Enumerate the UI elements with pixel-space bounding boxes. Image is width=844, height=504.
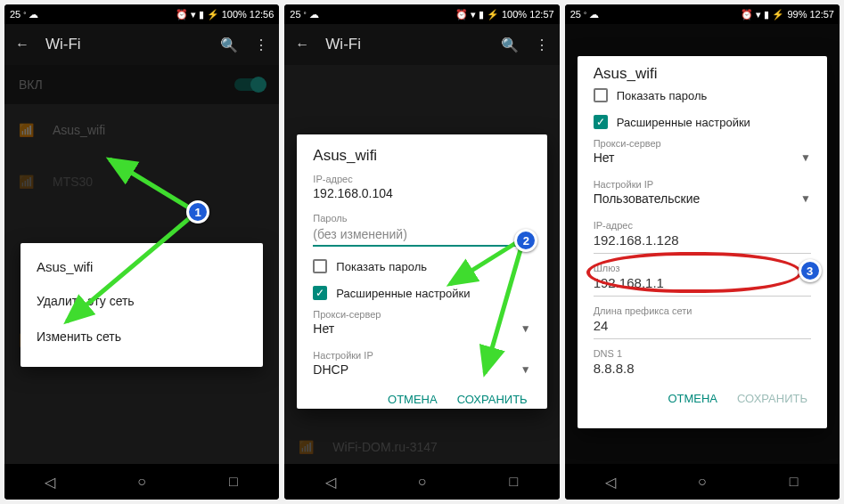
nav-home-icon[interactable]: ○	[692, 472, 712, 492]
ip-address-value: 192.168.0.104	[313, 184, 530, 204]
ip-settings-label: Настройки IP	[594, 179, 811, 190]
advanced-options-label: Расширенные настройки	[617, 116, 750, 129]
clock: 12:56	[250, 9, 275, 20]
nav-recent-icon[interactable]: □	[784, 472, 804, 492]
search-icon[interactable]: 🔍	[501, 37, 519, 53]
annotation-badge-3: 3	[799, 259, 822, 282]
gateway-label: Шлюз	[594, 263, 811, 273]
signal-icon: ▮	[199, 9, 204, 20]
show-password-checkbox[interactable]	[594, 88, 608, 102]
forget-network-item[interactable]: Удалить эту сеть	[20, 283, 263, 319]
phone-screenshot-2: 25°☁ ⏰ ▾ ▮ ⚡ 100% 12:57 ← Wi-Fi 🔍 ⋮ 📶WiF…	[284, 4, 559, 500]
ip-address-label: IP-адрес	[313, 174, 530, 184]
cloud-icon: ☁	[29, 9, 38, 20]
show-password-checkbox[interactable]	[313, 259, 327, 273]
dialog-title: Asus_wifi	[313, 147, 530, 165]
nav-home-icon[interactable]: ○	[412, 472, 431, 492]
nav-back-icon[interactable]: ◁	[40, 472, 60, 492]
proxy-select[interactable]: Нет▼	[313, 320, 530, 341]
status-bar: 25°☁ ⏰ ▾ ▮ ⚡ 99% 12:57	[565, 4, 840, 24]
proxy-label: Прокси-сервер	[313, 309, 530, 320]
prefix-length-input[interactable]: 24	[594, 316, 811, 339]
save-button[interactable]: СОХРАНИТЬ	[737, 392, 807, 405]
save-button[interactable]: СОХРАНИТЬ	[457, 393, 528, 406]
context-menu: Asus_wifi Удалить эту сеть Изменить сеть	[20, 243, 263, 367]
advanced-options-label: Расширенные настройки	[336, 287, 470, 300]
back-icon[interactable]: ←	[15, 37, 29, 53]
show-password-label: Показать пароль	[336, 260, 427, 273]
battery-icon: ⚡	[207, 9, 219, 20]
page-title: Wi-Fi	[325, 36, 484, 53]
clock: 12:57	[529, 9, 554, 20]
gateway-input[interactable]: 192.168.1.1	[594, 273, 811, 297]
alarm-icon: ⏰	[455, 9, 468, 20]
page-title: Wi-Fi	[45, 36, 204, 53]
back-icon[interactable]: ←	[295, 37, 309, 53]
wifi-icon: ▾	[191, 9, 196, 20]
context-menu-title: Asus_wifi	[20, 256, 263, 283]
modify-network-dialog: Asus_wifi Показать пароль ✓Расширенные н…	[578, 56, 827, 428]
nav-back-icon[interactable]: ◁	[321, 472, 340, 492]
dialog-title: Asus_wifi	[594, 65, 811, 83]
modify-network-item[interactable]: Изменить сеть	[20, 319, 263, 354]
ip-address-label: IP-адрес	[594, 220, 811, 231]
dns1-input[interactable]: 8.8.8.8	[594, 359, 811, 381]
temperature: 25	[570, 9, 581, 20]
battery-percent: 100%	[222, 9, 247, 20]
nav-bar: ◁ ○ □	[4, 464, 279, 500]
overflow-icon[interactable]: ⋮	[535, 37, 549, 53]
temperature: 25	[290, 9, 300, 20]
battery-icon: ⚡	[772, 9, 784, 20]
advanced-options-checkbox[interactable]: ✓	[594, 115, 608, 129]
password-label: Пароль	[313, 213, 530, 224]
chevron-down-icon: ▼	[520, 322, 531, 335]
battery-percent: 100%	[502, 9, 527, 20]
temperature: 25	[10, 9, 20, 20]
nav-bar: ◁ ○ □	[565, 464, 840, 500]
proxy-select[interactable]: Нет▼	[594, 149, 811, 170]
modify-network-dialog: Asus_wifi IP-адрес 192.168.0.104 Пароль …	[297, 134, 546, 409]
battery-icon: ⚡	[487, 9, 499, 20]
prefix-length-label: Длина префикса сети	[594, 305, 811, 316]
nav-back-icon[interactable]: ◁	[601, 472, 620, 492]
status-bar: 25°☁ ⏰ ▾ ▮ ⚡ 100% 12:56	[4, 4, 279, 24]
status-bar: 25°☁ ⏰ ▾ ▮ ⚡ 100% 12:57	[284, 4, 559, 24]
chevron-down-icon: ▼	[520, 363, 531, 376]
battery-percent: 99%	[787, 9, 807, 20]
ip-settings-select[interactable]: DHCP▼	[313, 361, 530, 382]
overflow-icon[interactable]: ⋮	[254, 37, 268, 53]
cloud-icon: ☁	[309, 9, 319, 20]
nav-recent-icon[interactable]: □	[504, 472, 523, 492]
chevron-down-icon: ▼	[800, 192, 811, 205]
wifi-icon: ▾	[756, 9, 761, 20]
ip-address-input[interactable]: 192.168.1.128	[594, 231, 811, 254]
cancel-button[interactable]: ОТМЕНА	[668, 392, 717, 405]
alarm-icon: ⏰	[176, 9, 188, 20]
wifi-icon: ▾	[471, 9, 476, 20]
signal-icon: ▮	[479, 9, 484, 20]
ip-settings-select[interactable]: Пользовательские▼	[594, 190, 811, 211]
signal-icon: ▮	[764, 9, 769, 20]
cancel-button[interactable]: ОТМЕНА	[388, 393, 438, 406]
cloud-icon: ☁	[589, 9, 599, 20]
advanced-options-checkbox[interactable]: ✓	[313, 286, 327, 300]
ip-settings-label: Настройки IP	[313, 350, 530, 361]
password-input[interactable]: (без изменений)	[313, 224, 530, 247]
proxy-label: Прокси-сервер	[594, 138, 811, 149]
chevron-down-icon: ▼	[800, 151, 811, 164]
annotation-badge-1: 1	[186, 200, 209, 224]
clock: 12:57	[809, 9, 834, 20]
phone-screenshot-1: 25°☁ ⏰ ▾ ▮ ⚡ 100% 12:56 ← Wi-Fi 🔍 ⋮ ВКЛ …	[4, 4, 279, 500]
alarm-icon: ⏰	[741, 9, 753, 20]
show-password-label: Показать пароль	[617, 89, 708, 102]
nav-recent-icon[interactable]: □	[224, 472, 243, 492]
app-bar: ← Wi-Fi 🔍 ⋮	[284, 24, 559, 65]
dns1-label: DNS 1	[594, 348, 811, 359]
phone-screenshot-3: 25°☁ ⏰ ▾ ▮ ⚡ 99% 12:57 Asus_wifi Показат…	[565, 4, 840, 500]
app-bar: ← Wi-Fi 🔍 ⋮	[4, 24, 279, 65]
search-icon[interactable]: 🔍	[220, 37, 238, 53]
nav-home-icon[interactable]: ○	[132, 472, 152, 492]
